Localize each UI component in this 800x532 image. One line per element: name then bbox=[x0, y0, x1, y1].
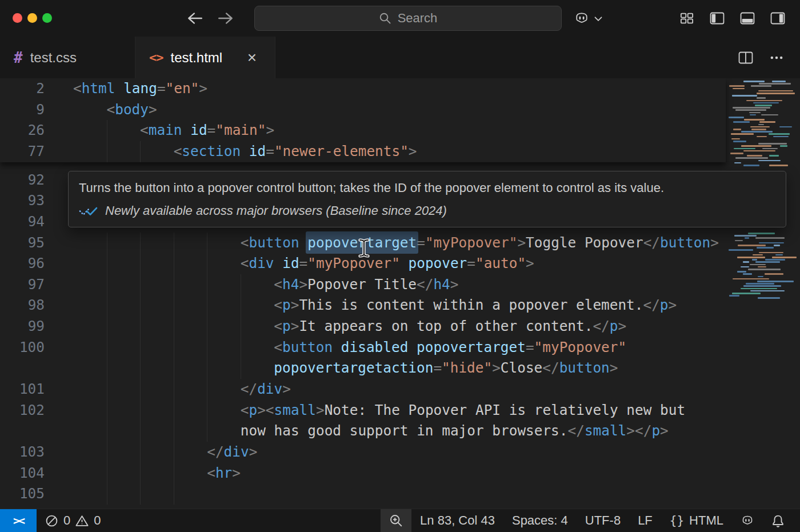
code-line[interactable]: 103</div> bbox=[0, 442, 726, 463]
toggle-sidebar-left-icon[interactable] bbox=[710, 11, 725, 25]
code-line[interactable]: popovertargetaction="hide">Close</button… bbox=[0, 358, 726, 379]
minimap-mark bbox=[779, 126, 793, 128]
editor-pane[interactable]: 92939495<button popovertarget="myPopover… bbox=[0, 78, 800, 509]
minimize-window-button[interactable] bbox=[27, 13, 37, 23]
indent-guide bbox=[140, 295, 141, 316]
minimap-mark bbox=[743, 285, 781, 287]
forward-button[interactable] bbox=[217, 11, 234, 26]
indent-guide bbox=[107, 483, 107, 505]
html-file-icon: <> bbox=[149, 50, 163, 65]
code-line[interactable]: now has good support in major browsers.<… bbox=[0, 421, 726, 442]
tab-test-css[interactable]: # test.css bbox=[0, 37, 135, 78]
minimap-mark bbox=[769, 155, 779, 157]
minimap-mark bbox=[733, 121, 749, 123]
indent-guide bbox=[241, 337, 241, 358]
code-line[interactable]: 104<hr> bbox=[0, 463, 726, 484]
minimap-mark bbox=[735, 240, 743, 242]
tab-bar: # test.css <> test.html × bbox=[0, 37, 800, 78]
copilot-menu[interactable] bbox=[574, 0, 603, 37]
line-number: 2 bbox=[0, 78, 45, 99]
search-input[interactable]: Search bbox=[254, 6, 562, 31]
code-line[interactable]: 99<p>It appears on top of other content.… bbox=[0, 316, 726, 337]
minimap-mark bbox=[755, 105, 771, 106]
minimap-mark bbox=[729, 295, 739, 297]
indent-guide bbox=[107, 253, 107, 274]
minimap-mark bbox=[752, 259, 757, 261]
minimap-mark bbox=[775, 254, 783, 256]
minimap-mark bbox=[780, 145, 787, 147]
minimap-mark bbox=[743, 150, 775, 152]
indentation-indicator[interactable]: Spaces: 4 bbox=[503, 509, 577, 532]
minimap-mark bbox=[731, 133, 754, 135]
code-line[interactable]: 97<h4>Popover Title</h4> bbox=[0, 274, 726, 295]
minimap-mark bbox=[773, 136, 789, 138]
indent-guide bbox=[174, 253, 174, 274]
arrow-left-icon bbox=[186, 11, 203, 26]
chevron-down-icon bbox=[594, 15, 603, 22]
language-mode[interactable]: {} HTML bbox=[661, 509, 732, 532]
minimap-mark bbox=[753, 102, 779, 104]
indent-guide bbox=[107, 141, 107, 162]
minimap-mark bbox=[750, 290, 785, 292]
code-line[interactable]: 105 bbox=[0, 483, 726, 505]
code-line[interactable]: 102<p><small>Note: The Popover API is re… bbox=[0, 400, 726, 421]
minimap-mark bbox=[765, 259, 785, 261]
minimap-mark bbox=[759, 252, 783, 254]
back-button[interactable] bbox=[186, 11, 203, 26]
code-line[interactable]: 98<p>This is content within a popover el… bbox=[0, 295, 726, 316]
code-line[interactable]: 100<button disabled popovertarget="myPop… bbox=[0, 337, 726, 358]
encoding-indicator[interactable]: UTF-8 bbox=[577, 509, 629, 532]
minimap-mark bbox=[746, 283, 774, 285]
code-line[interactable]: 101</div> bbox=[0, 379, 726, 400]
hover-description: Turns the button into a popover control … bbox=[79, 181, 775, 195]
copilot-status[interactable] bbox=[732, 509, 763, 532]
indent-guide bbox=[207, 316, 207, 337]
minimap-mark bbox=[759, 242, 784, 244]
remote-indicator[interactable]: >< bbox=[0, 509, 37, 532]
css-file-icon: # bbox=[14, 49, 23, 66]
status-bar: >< 0 0 Ln 83, Col 43 Spaces: 4 UTF-8 LF … bbox=[0, 509, 800, 532]
zoom-indicator[interactable] bbox=[381, 509, 411, 532]
warnings-icon bbox=[75, 514, 89, 527]
code-line[interactable]: 9<body> bbox=[0, 99, 726, 121]
split-editor-icon[interactable] bbox=[738, 51, 753, 65]
minimap-mark bbox=[747, 155, 762, 157]
minimap-mark bbox=[748, 233, 775, 234]
indent-guide bbox=[107, 120, 107, 141]
maximize-window-button[interactable] bbox=[42, 13, 52, 23]
problems-indicator[interactable]: 0 0 bbox=[37, 509, 110, 532]
minimap-mark bbox=[750, 114, 756, 116]
line-number: 101 bbox=[0, 379, 45, 400]
indent-guide bbox=[140, 442, 141, 463]
more-actions-icon[interactable] bbox=[769, 50, 784, 65]
errors-icon bbox=[45, 514, 58, 527]
eol-indicator[interactable]: LF bbox=[629, 509, 661, 532]
toggle-sidebar-right-icon[interactable] bbox=[770, 11, 785, 25]
minimap-mark bbox=[757, 136, 767, 138]
zoom-in-icon bbox=[389, 514, 403, 527]
indent-guide bbox=[174, 274, 174, 295]
close-tab-button[interactable]: × bbox=[243, 49, 261, 67]
minimap[interactable] bbox=[726, 78, 800, 509]
baseline-icon bbox=[79, 205, 98, 217]
indent-guide bbox=[107, 379, 107, 400]
minimap-mark bbox=[733, 141, 746, 142]
code-line[interactable]: 26<main id="main"> bbox=[0, 120, 726, 141]
toggle-panel-icon[interactable] bbox=[740, 11, 755, 25]
editor-actions bbox=[738, 37, 800, 78]
indent-guide bbox=[207, 421, 207, 442]
indent-guide bbox=[241, 274, 241, 295]
customize-layout-icon[interactable] bbox=[679, 11, 694, 25]
code-line[interactable]: 2<html lang="en"> bbox=[0, 78, 726, 99]
minimap-mark bbox=[755, 261, 781, 263]
minimap-mark bbox=[741, 145, 771, 147]
minimap-mark bbox=[774, 245, 780, 246]
close-window-button[interactable] bbox=[13, 13, 22, 23]
minimap-mark bbox=[769, 133, 790, 135]
cursor-position[interactable]: Ln 83, Col 43 bbox=[411, 509, 503, 532]
code-line[interactable]: 77<section id="newer-elements"> bbox=[0, 141, 726, 162]
minimap-mark bbox=[765, 273, 783, 275]
indent-guide bbox=[174, 442, 174, 463]
notifications-bell[interactable] bbox=[763, 509, 793, 532]
tab-test-html[interactable]: <> test.html × bbox=[135, 37, 275, 78]
